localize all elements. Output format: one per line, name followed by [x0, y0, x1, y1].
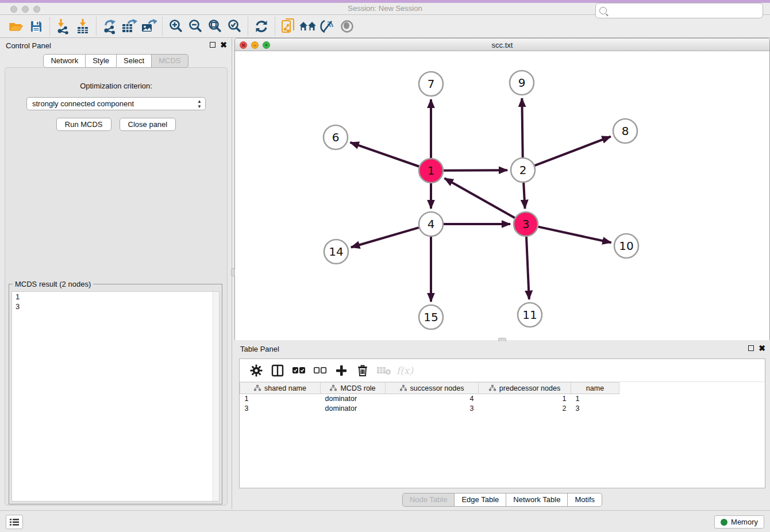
graph-node-label: 3: [522, 217, 530, 231]
column-header-shared-name[interactable]: shared name: [240, 383, 321, 394]
tab-edge-table[interactable]: Edge Table: [455, 493, 506, 507]
graph-node-label: 1: [428, 164, 435, 178]
toolbar-separator: [162, 17, 163, 36]
optimization-criterion-value: strongly connected component: [32, 99, 134, 108]
table-row[interactable]: 1dominator411: [240, 394, 619, 404]
column-type-icon: [400, 385, 407, 391]
column-header-name[interactable]: name: [571, 383, 619, 394]
search-box[interactable]: [595, 3, 763, 18]
delete-column-icon[interactable]: [352, 361, 373, 380]
vertical-splitter-handle[interactable]: [231, 268, 235, 276]
memory-button[interactable]: Memory: [714, 515, 764, 529]
zoom-in-icon[interactable]: [166, 17, 186, 36]
table-cell[interactable]: dominator: [321, 404, 386, 414]
table-row[interactable]: 3dominator323: [240, 404, 619, 414]
table-panel-title: Table Panel: [240, 345, 279, 353]
tab-network-table[interactable]: Network Table: [506, 493, 568, 507]
mcds-result-groupbox: MCDS result (2 nodes) 13: [9, 284, 222, 504]
tab-mcds[interactable]: MCDS: [152, 54, 188, 68]
graph-edge-2-3[interactable]: [523, 183, 525, 209]
table-panel-close-icon[interactable]: ✖: [759, 345, 765, 351]
mcds-result-scrollbar[interactable]: [213, 292, 219, 501]
graph-node-label: 15: [424, 310, 438, 324]
graph-node-label: 2: [519, 163, 527, 177]
column-header-MCDS-role[interactable]: MCDS role: [321, 383, 386, 394]
toolbar-separator: [49, 17, 50, 36]
table-cell[interactable]: 1: [571, 394, 619, 404]
export-table-icon[interactable]: [120, 17, 139, 36]
import-network-icon[interactable]: [53, 17, 73, 36]
show-graphics-icon[interactable]: [337, 17, 357, 36]
tab-style[interactable]: Style: [86, 54, 117, 68]
search-input[interactable]: [609, 3, 763, 18]
table-cell[interactable]: 1: [479, 394, 571, 404]
select-stepper-icon: ▲▼: [197, 99, 202, 109]
network-canvas[interactable]: 7968124314101511: [235, 51, 769, 340]
graph-edge-4-14[interactable]: [351, 228, 419, 247]
graph-edge-1-2[interactable]: [444, 170, 507, 171]
export-network-icon[interactable]: [100, 17, 120, 36]
toolbar-separator: [275, 17, 275, 36]
tab-network[interactable]: Network: [43, 54, 86, 68]
network-from-selection-icon[interactable]: [279, 17, 298, 36]
table-cell[interactable]: 3: [386, 404, 479, 414]
zoom-selected-icon[interactable]: [225, 17, 244, 36]
add-column-icon[interactable]: [330, 361, 352, 380]
table-cell[interactable]: 2: [479, 404, 571, 414]
table-panel-tabs: Node TableEdge TableNetwork TableMotifs: [234, 493, 770, 507]
table-cell[interactable]: 3: [571, 404, 619, 414]
task-history-button[interactable]: [6, 515, 23, 529]
hide-graphics-icon[interactable]: [318, 17, 337, 36]
graph-node-label: 14: [329, 245, 343, 259]
table-cell[interactable]: 4: [386, 394, 479, 404]
gear-icon[interactable]: [245, 361, 267, 380]
memory-label: Memory: [731, 518, 758, 526]
graph-node-label: 9: [518, 76, 526, 90]
graph-edge-3-11[interactable]: [526, 237, 529, 299]
home-icon[interactable]: [298, 17, 318, 36]
split-panel-icon[interactable]: [267, 361, 288, 380]
search-icon: [599, 7, 607, 14]
column-header-predecessor-nodes[interactable]: predecessor nodes: [479, 383, 571, 394]
run-mcds-button[interactable]: Run MCDS: [56, 118, 111, 131]
graph-edge-2-9[interactable]: [522, 98, 522, 157]
open-folder-icon[interactable]: [7, 17, 26, 36]
import-table-icon[interactable]: [73, 17, 93, 36]
graph-node-label: 11: [522, 308, 537, 322]
graph-node-label: 7: [428, 77, 435, 91]
graph-node-label: 10: [619, 239, 633, 253]
refresh-layout-icon[interactable]: [252, 17, 271, 36]
node-table[interactable]: shared nameMCDS rolesuccessor nodesprede…: [240, 382, 619, 414]
network-window-titlebar[interactable]: ✕ – + scc.txt: [235, 38, 769, 51]
tab-node-table[interactable]: Node Table: [402, 493, 455, 507]
list-icon: [9, 518, 20, 526]
table-panel-header: Table Panel ✖: [234, 341, 770, 357]
optimization-criterion-select[interactable]: strongly connected component ▲▼: [26, 97, 206, 110]
status-bar: Memory: [0, 510, 770, 532]
save-session-icon[interactable]: [26, 17, 46, 36]
export-image-icon[interactable]: [139, 17, 159, 36]
graph-edge-3-10[interactable]: [538, 227, 611, 243]
graph-edge-1-6[interactable]: [350, 142, 419, 167]
tab-select[interactable]: Select: [117, 54, 152, 68]
zoom-fit-icon[interactable]: [205, 17, 225, 36]
graph-edge-2-8[interactable]: [535, 137, 611, 166]
deselect-all-icon[interactable]: [309, 361, 330, 380]
table-cell[interactable]: dominator: [321, 394, 386, 404]
control-panel-close-icon[interactable]: ✖: [220, 42, 227, 48]
network-view-window: ✕ – + scc.txt 7968124314101511: [234, 38, 770, 340]
zoom-out-icon[interactable]: [186, 17, 205, 36]
table-panel-float-icon[interactable]: [748, 345, 754, 351]
mcds-result-list[interactable]: 13: [11, 291, 220, 502]
table-cell[interactable]: 3: [240, 404, 321, 414]
mcds-result-item[interactable]: 3: [12, 302, 219, 311]
tab-motifs[interactable]: Motifs: [568, 493, 602, 507]
close-panel-button[interactable]: Close panel: [120, 118, 176, 131]
mcds-result-item[interactable]: 1: [12, 292, 219, 302]
table-cell[interactable]: 1: [240, 394, 321, 404]
select-all-icon[interactable]: [288, 361, 309, 380]
column-header-successor-nodes[interactable]: successor nodes: [386, 383, 479, 394]
mcds-result-title: MCDS result (2 nodes): [13, 280, 93, 288]
graph-edge-3-1[interactable]: [445, 178, 515, 218]
control-panel-float-icon[interactable]: [210, 42, 215, 48]
